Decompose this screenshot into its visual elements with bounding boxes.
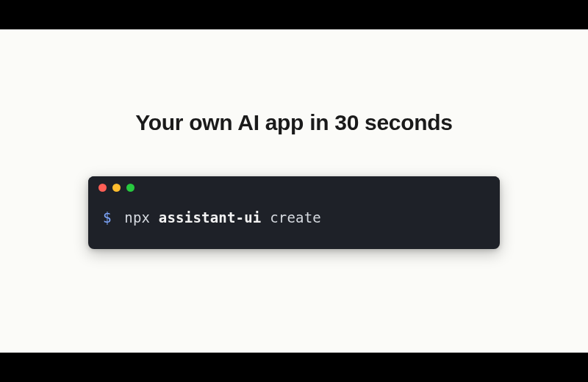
prompt-symbol: $ (103, 209, 112, 226)
terminal-body[interactable]: $ npx assistant-ui create (88, 198, 500, 249)
letterbox-top (0, 0, 588, 29)
close-icon[interactable] (98, 184, 107, 192)
letterbox-bottom (0, 353, 588, 382)
headline: Your own AI app in 30 seconds (135, 110, 452, 135)
terminal-titlebar (88, 176, 500, 198)
command-package: assistant-ui (159, 209, 262, 226)
command-binary: npx (124, 209, 150, 226)
video-frame: Your own AI app in 30 seconds $ npx assi… (0, 0, 588, 382)
terminal-window: $ npx assistant-ui create (88, 176, 500, 249)
command-arg: create (270, 209, 321, 226)
zoom-icon[interactable] (126, 184, 135, 192)
minimize-icon[interactable] (112, 184, 121, 192)
slide-content: Your own AI app in 30 seconds $ npx assi… (0, 29, 588, 353)
